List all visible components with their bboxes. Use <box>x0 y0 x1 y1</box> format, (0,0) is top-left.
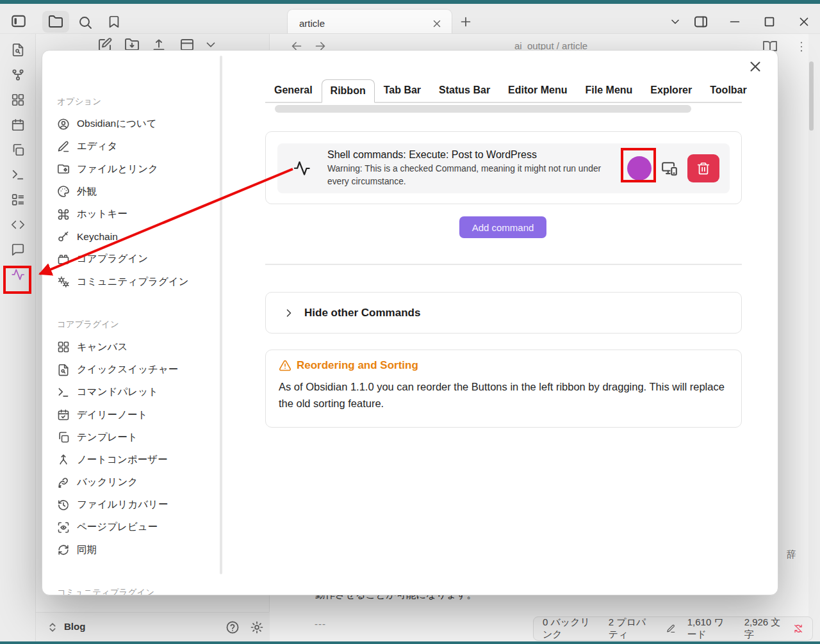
settings-nav-icon <box>57 543 70 556</box>
device-visibility-icon[interactable] <box>661 160 678 177</box>
settings-nav-label: コマンドパレット <box>77 385 158 399</box>
settings-nav-item[interactable]: テンプレート <box>57 426 217 449</box>
settings-nav-item[interactable]: Obsidianについて <box>57 113 217 135</box>
commander-tab[interactable]: Tab Bar <box>375 79 430 102</box>
status-properties[interactable]: 2 プロパティ <box>609 616 655 641</box>
ribbon-icon <box>11 268 25 282</box>
settings-nav-icon <box>57 230 70 243</box>
vault-switcher-icon[interactable] <box>46 621 59 634</box>
ribbon-icon <box>11 218 25 232</box>
reordering-notice-card: Reordering and Sorting As of Obsidian 1.… <box>265 350 742 428</box>
settings-nav-item[interactable]: ファイルリカバリー <box>57 494 217 516</box>
obsidian-window: article <box>0 0 820 644</box>
add-command-button[interactable]: Add command <box>459 216 546 238</box>
ribbon-button[interactable] <box>0 112 35 137</box>
settings-nav-item[interactable]: 同期 <box>57 539 217 561</box>
help-icon[interactable] <box>226 620 240 634</box>
ribbon-button[interactable] <box>0 37 35 62</box>
settings-nav-item[interactable]: オプション <box>57 90 217 113</box>
settings-nav-item[interactable]: コマンドパレット <box>57 381 217 403</box>
hide-commands-label: Hide other Commands <box>304 307 420 319</box>
settings-gear-icon[interactable] <box>250 620 264 634</box>
settings-nav-label: テンプレート <box>77 431 138 444</box>
explorer-view-button[interactable] <box>42 11 69 33</box>
ribbon-button[interactable] <box>0 212 35 237</box>
commander-tab[interactable]: Status Bar <box>430 79 499 102</box>
toggle-right-sidebar-button[interactable] <box>693 14 709 29</box>
section-divider <box>265 264 742 265</box>
vault-name[interactable]: Blog <box>64 621 85 632</box>
settings-nav-item[interactable]: デイリーノート <box>57 403 217 426</box>
ribbon-icon <box>11 168 25 182</box>
tab-strip-scrollbar[interactable] <box>275 105 691 113</box>
settings-nav-item[interactable]: ホットキー <box>57 203 217 225</box>
vault-bar: Blog <box>36 612 269 642</box>
settings-nav-item[interactable]: ファイルとリンク <box>57 158 217 181</box>
ribbon-button[interactable] <box>0 237 35 262</box>
commander-tab[interactable]: Editor Menu <box>499 79 576 102</box>
settings-nav-item[interactable]: ノートコンポーザー <box>57 449 217 471</box>
tab-close-icon[interactable] <box>431 18 443 29</box>
toggle-left-sidebar-button[interactable] <box>10 13 27 29</box>
new-tab-button[interactable] <box>459 15 473 29</box>
command-icon-color-swatch[interactable] <box>627 156 652 181</box>
window-minimize-button[interactable] <box>728 15 742 29</box>
ribbon-icon <box>11 93 25 107</box>
settings-nav-item[interactable]: ページプレビュー <box>57 516 217 538</box>
commander-tab[interactable]: General <box>265 79 322 102</box>
tab-list-chevron-icon[interactable] <box>669 15 682 28</box>
settings-nav-item[interactable]: Keychain <box>57 225 217 248</box>
status-bar: 0 バックリンク 2 プロパティ 1,610 ワード 2,926 文字 <box>533 616 813 641</box>
hide-commands-section[interactable]: Hide other Commands <box>265 292 742 334</box>
settings-nav-label: ファイルとリンク <box>77 163 158 176</box>
bookmark-button[interactable] <box>107 15 121 29</box>
settings-nav-icon <box>57 408 70 421</box>
status-backlinks[interactable]: 0 バックリンク <box>543 616 597 641</box>
window-maximize-button[interactable] <box>762 15 776 29</box>
ribbon-button[interactable] <box>0 87 35 112</box>
ribbon-button[interactable] <box>0 137 35 162</box>
settings-nav-item[interactable]: 外観 <box>57 181 217 203</box>
delete-command-button[interactable] <box>687 154 719 182</box>
settings-nav-label: 外観 <box>77 185 97 198</box>
settings-nav-item[interactable]: コミュニティプラグイン <box>57 271 217 293</box>
ribbon-icon <box>11 118 25 132</box>
command-actions <box>627 154 719 182</box>
settings-nav-item[interactable]: コミュニティプラグイン <box>57 582 217 595</box>
settings-nav-item[interactable]: コアプラグイン <box>57 314 217 336</box>
command-title: Shell commands: Execute: Post to WordPre… <box>327 149 619 161</box>
commander-tab[interactable]: Explorer <box>641 79 701 102</box>
ribbon-button[interactable] <box>0 262 35 287</box>
modal-close-icon[interactable] <box>747 58 764 75</box>
edit-mode-icon[interactable] <box>666 623 676 634</box>
settings-nav-label: コアプラグイン <box>77 252 148 266</box>
settings-nav-icon <box>57 499 70 511</box>
command-warning: Warning: This is a checked Command, mean… <box>327 163 619 188</box>
settings-nav-label: デイリーノート <box>77 408 147 422</box>
settings-nav-icon <box>57 341 70 353</box>
ribbon-button[interactable] <box>0 187 35 212</box>
sync-off-icon[interactable] <box>793 622 803 635</box>
status-char-count: 2,926 文字 <box>744 616 782 641</box>
settings-nav-item[interactable]: クイックスイッチャー <box>57 358 217 381</box>
notice-heading: Reordering and Sorting <box>279 359 728 372</box>
editor-scrollbar-thumb[interactable] <box>809 61 814 131</box>
settings-nav-label: ページプレビュー <box>77 520 158 534</box>
commander-tab[interactable]: File Menu <box>577 79 642 102</box>
more-options-icon[interactable] <box>794 40 808 54</box>
commander-tab[interactable]: Ribbon <box>322 79 375 103</box>
window-close-button[interactable] <box>797 15 811 29</box>
settings-nav-item[interactable]: エディタ <box>57 135 217 157</box>
settings-nav-icon <box>57 275 70 288</box>
settings-nav-scrollbar[interactable] <box>220 56 222 574</box>
settings-nav-label: 同期 <box>77 543 97 557</box>
settings-nav-item[interactable]: キャンバス <box>57 336 217 358</box>
settings-nav-item[interactable]: バックリンク <box>57 471 217 494</box>
search-button[interactable] <box>78 15 93 30</box>
settings-nav-item[interactable]: コアプラグイン <box>57 248 217 270</box>
ribbon-button[interactable] <box>0 62 35 87</box>
ribbon-button[interactable] <box>0 162 35 187</box>
commander-tab[interactable]: Toolbar <box>701 79 755 102</box>
left-ribbon <box>0 34 36 641</box>
commander-tab-strip: General Ribbon Tab Bar Status Bar Editor… <box>265 79 742 103</box>
